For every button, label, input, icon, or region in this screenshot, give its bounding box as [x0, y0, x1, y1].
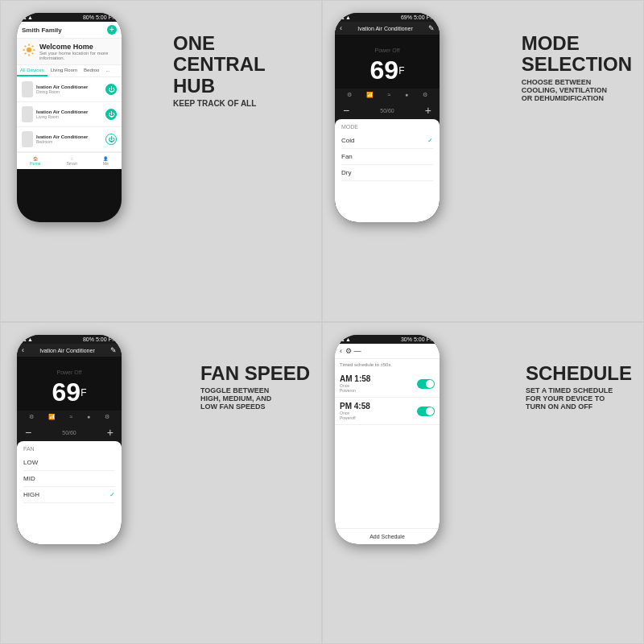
ac-icon-3 — [22, 131, 33, 147]
svg-line-6 — [32, 53, 34, 55]
welcome-banner: Welcome Home Set your home location for … — [17, 39, 122, 65]
device-room-2: Living Room — [36, 114, 102, 119]
fan-title-label: FAN — [23, 446, 115, 452]
signal-2: ▲▲ — [340, 14, 351, 20]
feature-sub-3: TOGGLE BETWEENHIGH, MEDIUM, ANDLOW FAN S… — [200, 386, 310, 411]
ac-screen: ‹ Ivation Air Conditioner ✎ Power Off 69… — [335, 22, 440, 222]
power-status-3: Power Off — [57, 369, 82, 375]
cell-central-hub: ▲▲ 80% 5:00 PM Smith Family + — [0, 0, 322, 322]
back-arrow-4[interactable]: ‹ — [340, 347, 342, 355]
svg-point-0 — [27, 47, 31, 52]
signal-3: ▲▲ — [22, 336, 33, 342]
sched-item-1: AM 1:58 OncePoweron — [335, 370, 440, 398]
sched-subtitle: Timed schedule to ±50s. — [335, 359, 440, 370]
phone-mockup-1: ▲▲ 80% 5:00 PM Smith Family + — [17, 13, 122, 222]
temp-number-3: 69 — [52, 378, 81, 407]
edit-icon[interactable]: ✎ — [428, 24, 435, 32]
tab-bedroom[interactable]: Bedroo — [80, 65, 102, 76]
tab-more[interactable]: ... — [102, 65, 113, 76]
toggle-2[interactable] — [417, 407, 435, 416]
status-info: 80% 5:00 PM — [83, 14, 117, 20]
welcome-title: Welcome Home — [39, 43, 117, 51]
temp-plus[interactable]: + — [425, 104, 431, 117]
power-btn-3[interactable]: ⏻ — [105, 134, 117, 145]
temp-minus-3[interactable]: − — [25, 426, 31, 439]
ctrl-swing[interactable]: ≈ — [387, 92, 390, 98]
feature-sub-4: SET A TIMED SCHEDULEFOR YOUR DEVICE TOTU… — [526, 386, 632, 411]
tab-all-devices[interactable]: All Devices — [17, 65, 47, 76]
nav-home[interactable]: 🏠Home — [30, 156, 40, 166]
temp-controls: − 50/60 + — [335, 101, 440, 119]
mode-cold-check: ✓ — [427, 137, 433, 144]
ctrl-home-3[interactable]: ⚙ — [29, 414, 34, 420]
sched-time-2: PM 4:58 — [340, 402, 370, 411]
sched-time-1: AM 1:58 — [340, 374, 370, 383]
add-schedule-btn[interactable]: Add Schedule — [335, 528, 440, 544]
mode-cold[interactable]: Cold ✓ — [341, 133, 433, 149]
nav-smart[interactable]: ☆Smart — [67, 156, 77, 166]
feature-main-4: SCHEDULE — [526, 363, 632, 384]
control-icons-3: ⚙ 📶 ≈ ● ⚙ — [17, 411, 122, 423]
app-header: Smith Family + — [17, 22, 122, 39]
temp-minus[interactable]: − — [343, 104, 349, 117]
svg-line-5 — [25, 46, 27, 47]
cell-schedule: ▲▲ 30% 5:00 PM ‹ ⚙ — Timed schedule to ±… — [322, 322, 644, 644]
fan-low-label: LOW — [23, 459, 38, 466]
welcome-text: Welcome Home Set your home location for … — [39, 43, 117, 60]
power-btn-2[interactable]: ⏻ — [105, 109, 117, 120]
mode-sheet: MODE Cold ✓ Fan Dry — [335, 119, 440, 222]
device-item-2: Ivation Air Conditioner Living Room ⏻ — [17, 102, 122, 127]
screen-1: Smith Family + — [17, 22, 122, 222]
status-bar-2: ▲▲ 69% 5:00 PM — [335, 13, 440, 22]
mode-dry-label: Dry — [341, 169, 351, 176]
temp-range: 50/60 — [380, 108, 394, 114]
mode-fan[interactable]: Fan — [341, 149, 433, 165]
device-info-1: Ivation Air Conditioner Dining Room — [36, 85, 102, 94]
control-icons: ⚙ 📶 ≈ ● ⚙ — [335, 89, 440, 101]
ctrl-fan-3[interactable]: 📶 — [48, 414, 56, 420]
signal-icon: ▲▲ — [22, 14, 33, 20]
status-info-4: 30% 5:00 PM — [401, 336, 435, 342]
ctrl-cool[interactable]: ● — [405, 92, 408, 98]
ctrl-fan[interactable]: 📶 — [366, 92, 374, 98]
family-name: Smith Family — [22, 27, 62, 34]
fan-sheet: FAN LOW MID HIGH ✓ — [17, 441, 122, 544]
ac-icon-2 — [22, 106, 33, 122]
ctrl-settings[interactable]: ⚙ — [423, 92, 427, 98]
mode-fan-label: Fan — [341, 153, 353, 160]
fan-high[interactable]: HIGH ✓ — [23, 487, 115, 503]
temp-plus-3[interactable]: + — [107, 426, 114, 439]
edit-icon-3[interactable]: ✎ — [110, 346, 117, 354]
fan-screen: ‹ Ivation Air Conditioner ✎ Power Off 69… — [17, 344, 122, 544]
status-bar-1: ▲▲ 80% 5:00 PM — [17, 13, 122, 22]
ctrl-swing-3[interactable]: ≈ — [69, 414, 72, 420]
ctrl-cool-3[interactable]: ● — [87, 414, 90, 420]
add-button[interactable]: + — [107, 25, 117, 35]
sched-action-1: OncePoweron — [340, 383, 370, 393]
power-btn-1[interactable]: ⏻ — [105, 84, 117, 95]
fan-low[interactable]: LOW — [23, 455, 115, 471]
ctrl-home[interactable]: ⚙ — [347, 92, 352, 98]
fan-mid[interactable]: MID — [23, 471, 115, 487]
ctrl-settings-3[interactable]: ⚙ — [105, 414, 109, 420]
fan-high-check: ✓ — [109, 491, 115, 498]
temp-display-3: Power Off 69F — [17, 357, 122, 411]
temp-display: Power Off 69F — [335, 35, 440, 89]
status-bar-4: ▲▲ 30% 5:00 PM — [335, 335, 440, 344]
sched-header: ‹ ⚙ — — [335, 344, 440, 359]
temp-range-3: 50/60 — [62, 430, 76, 436]
feature-main-1: ONECENTRAL HUB — [173, 33, 310, 97]
fan-high-label: HIGH — [23, 491, 39, 498]
device-item-1: Ivation Air Conditioner Dining Room ⏻ — [17, 77, 122, 102]
temperature-3: 69F — [17, 378, 122, 407]
toggle-1[interactable] — [417, 379, 435, 389]
feature-main-2: MODESELECTION — [522, 33, 632, 76]
svg-line-8 — [25, 53, 27, 55]
fan-top-bar: ‹ Ivation Air Conditioner ✎ — [17, 344, 122, 357]
status-info-2: 69% 5:00 PM — [401, 14, 435, 20]
feature-text-1: ONECENTRAL HUB KEEP TRACK OF ALL — [173, 33, 310, 108]
tab-living-room[interactable]: Living Room — [47, 65, 80, 76]
nav-me[interactable]: 👤Me — [103, 156, 109, 166]
sched-time-info-1: AM 1:58 OncePoweron — [340, 374, 370, 393]
mode-dry[interactable]: Dry — [341, 165, 433, 181]
